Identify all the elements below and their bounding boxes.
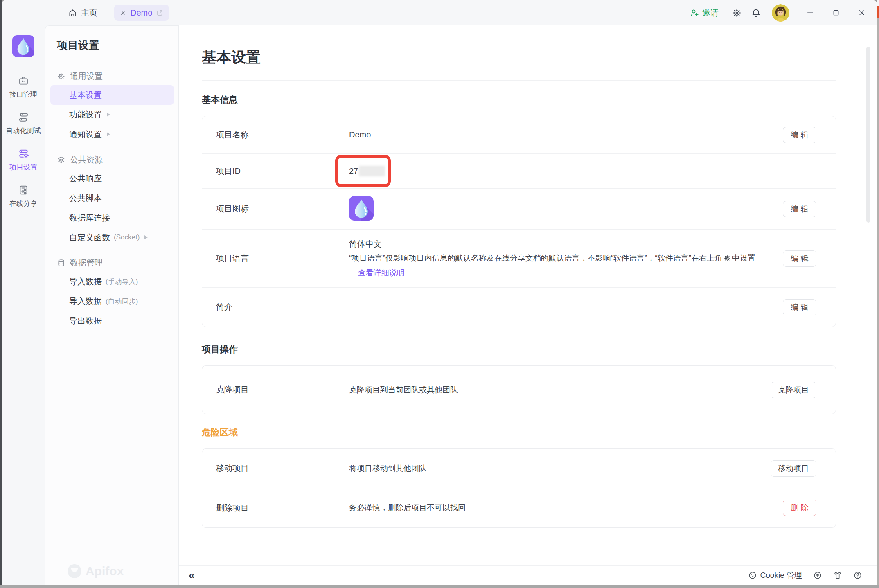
basic-settings-page: 基本设置 基本信息 项目名称 Demo 编 辑 项目ID [179,25,877,565]
cookie-management-button[interactable]: Cookie 管理 [748,570,802,581]
project-id-value: 27 [349,166,816,176]
tab-separator [106,8,106,18]
tab-label: Demo [131,8,152,18]
nav-item-import-manual[interactable]: 导入数据 (手动导入) [50,272,174,291]
external-link-icon[interactable] [156,9,164,17]
screen: 主页 Demo 邀请 [0,0,879,588]
invite-button[interactable]: 邀请 [690,7,719,18]
redacted-project-id [359,166,385,176]
settings-nav-panel: 项目设置 通用设置 基本设置 功能设置 通知设置 [45,25,179,585]
upgrade-arrow-icon[interactable] [813,571,822,580]
theme-shirt-icon[interactable] [833,571,842,580]
move-project-button[interactable]: 移动项目 [771,460,816,477]
nav-item-shared-scripts[interactable]: 公共脚本 [50,188,174,208]
nav-item-custom-functions[interactable]: 自定义函数 (Socket) [50,228,174,247]
page-title: 基本设置 [202,50,836,65]
row-clone-project: 克隆项目 克隆项目到当前团队或其他团队 克隆项目 [202,366,836,414]
scrollbar-thumb[interactable] [866,47,870,223]
row-project-id: 项目ID 27 [202,154,836,189]
nav-item-basic-settings[interactable]: 基本设置 [50,85,174,105]
window-minimize-button[interactable] [806,8,815,17]
main-content: 基本设置 基本信息 项目名称 Demo 编 辑 项目ID [179,25,877,585]
home-label: 主页 [81,7,97,18]
rail-item-online-share[interactable]: 在线分享 [9,185,37,208]
background-window-right-edge [877,0,879,585]
project-operations-card: 克隆项目 克隆项目到当前团队或其他团队 克隆项目 [202,365,836,414]
project-icon-image [349,196,374,221]
test-stack-icon [18,112,29,123]
section-basic-info: 基本信息 [202,94,836,106]
nav-item-export-data[interactable]: 导出数据 [50,311,174,331]
person-add-icon [690,8,699,18]
brand-logo-icon [68,564,81,578]
nav-item-database-connections[interactable]: 数据库连接 [50,208,174,228]
settings-stack-gear-icon [18,148,29,159]
project-language-desc: “项目语言”仅影响项目内信息的默认名称及在线分享文档的默认语言，不影响“软件语言… [349,253,783,264]
row-project-name: 项目名称 Demo 编 辑 [202,116,836,154]
layers-icon [57,155,65,164]
nav-group-shared-resources[interactable]: 公共资源 [50,151,174,169]
tab-close-icon[interactable] [119,9,127,16]
toolbox-icon [18,75,29,86]
window-maximize-button[interactable] [832,8,841,17]
nav-item-notification-settings[interactable]: 通知设置 [50,124,174,144]
expand-arrow-icon [144,235,148,239]
cookie-icon [748,571,757,580]
gear-icon [57,72,65,81]
settings-gear-icon[interactable] [732,8,742,18]
row-move-project: 移动项目 将项目移动到其他团队 移动项目 [202,449,836,488]
danger-zone-card: 移动项目 将项目移动到其他团队 移动项目 删除项目 务必谨慎，删除后项目不可以找… [202,448,836,528]
rail-item-api-management[interactable]: 接口管理 [9,75,37,99]
edit-project-icon-button[interactable]: 编 辑 [783,201,816,217]
app-window: 主页 Demo 邀请 [2,0,877,585]
doc-share-icon [18,185,29,196]
nav-group-data-management[interactable]: 数据管理 [50,254,174,272]
window-close-button[interactable] [857,8,866,17]
row-project-language: 项目语言 简体中文 “项目语言”仅影响项目内信息的默认名称及在线分享文档的默认语… [202,230,836,288]
row-delete-project: 删除项目 务必谨慎，删除后项目不可以找回 删 除 [202,488,836,527]
nav-item-import-auto[interactable]: 导入数据 (自动同步) [50,291,174,311]
project-language-value: 简体中文 [349,239,783,250]
content-footer: « Cookie 管理 [179,565,877,585]
edit-project-intro-button[interactable]: 编 辑 [783,299,816,315]
titlebar: 主页 Demo 邀请 [2,0,877,25]
view-details-link[interactable]: 查看详细说明 [358,268,783,278]
edit-project-name-button[interactable]: 编 辑 [783,127,816,143]
edit-project-language-button[interactable]: 编 辑 [783,250,816,267]
clone-project-button[interactable]: 克隆项目 [771,382,816,398]
database-icon [57,259,65,267]
expand-arrow-icon [107,113,110,117]
home-tab[interactable]: 主页 [68,7,97,18]
row-project-icon: 项目图标 编 辑 [202,189,836,230]
collapse-sidebar-button[interactable]: « [189,570,195,581]
section-danger-zone: 危险区域 [202,426,836,439]
nav-group-general[interactable]: 通用设置 [50,67,174,85]
expand-arrow-icon [107,132,110,136]
row-project-intro: 简介 编 辑 [202,288,836,327]
rail-item-project-settings[interactable]: 项目设置 [9,148,37,172]
project-logo[interactable] [12,35,34,57]
help-icon[interactable] [853,571,862,580]
invite-label: 邀请 [702,7,719,18]
module-rail: 接口管理 自动化测试 项目设置 在线分享 [2,25,45,585]
nav-item-feature-settings[interactable]: 功能设置 [50,105,174,124]
inline-gear-icon [723,254,731,262]
section-project-operations: 项目操作 [202,343,836,356]
taskbar-edge [0,585,879,588]
home-icon [68,8,77,18]
nav-item-shared-responses[interactable]: 公共响应 [50,169,174,188]
basic-info-card: 项目名称 Demo 编 辑 项目ID 27 [202,116,836,327]
rail-item-automated-testing[interactable]: 自动化测试 [6,112,41,135]
delete-project-button[interactable]: 删 除 [783,500,816,516]
project-name-value: Demo [349,130,783,140]
user-avatar[interactable] [772,4,789,22]
nav-title: 项目设置 [57,38,174,52]
project-tab-demo[interactable]: Demo [114,5,169,21]
brand-watermark: Apifox [68,564,124,578]
notifications-bell-icon[interactable] [751,8,761,18]
